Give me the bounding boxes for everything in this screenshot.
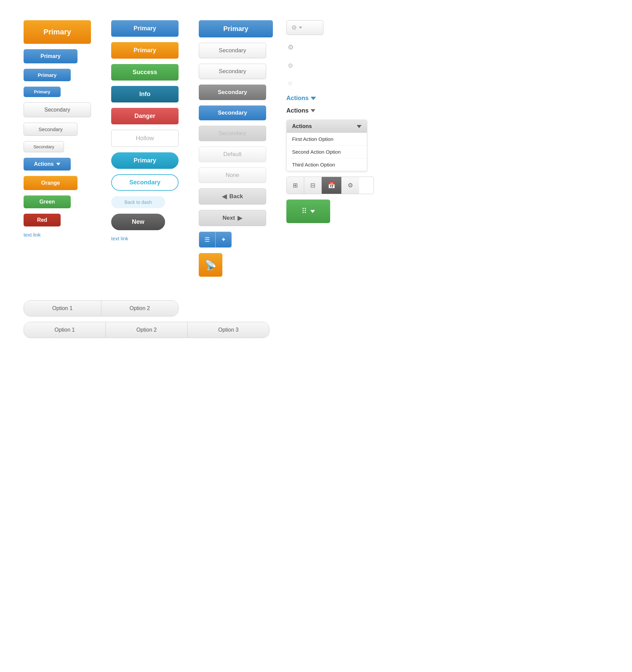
- col3-secondary-disabled-button[interactable]: Secondary: [199, 126, 266, 141]
- primary-blue-large-button[interactable]: Primary: [24, 49, 77, 63]
- gear-icon: ⚙: [288, 62, 293, 69]
- actions-dropdown-header[interactable]: Actions: [287, 120, 367, 133]
- main-container: Primary Primary Primary Primary Secondar…: [7, 7, 625, 352]
- column-3: Primary Secondary Secondary Secondary Se…: [192, 14, 279, 283]
- dropdown-item-third[interactable]: Third Action Option: [287, 159, 367, 171]
- col3-default-button[interactable]: Default: [199, 147, 266, 162]
- button-label: Primary: [133, 25, 156, 32]
- column-1: Primary Primary Primary Primary Secondar…: [17, 14, 104, 244]
- col3-secondary-2-button[interactable]: Secondary: [199, 64, 266, 79]
- primary-blue-small-button[interactable]: Primary: [24, 87, 60, 97]
- actions-text-dark-button[interactable]: Actions: [286, 107, 374, 114]
- secondary-medium-button[interactable]: Secondary: [24, 123, 77, 136]
- share-icon-button[interactable]: ✦: [216, 232, 232, 247]
- col2-info-button[interactable]: Info: [111, 86, 178, 102]
- col2-danger-button[interactable]: Danger: [111, 108, 178, 124]
- col3-secondary-dark-button[interactable]: Secondary: [199, 85, 266, 100]
- gear-icon: ⚙: [291, 24, 297, 31]
- segment-option1[interactable]: Option 1: [24, 301, 101, 316]
- list-share-group: ☰ ✦: [199, 232, 232, 248]
- gear-dropdown-button-3[interactable]: ⚙: [286, 59, 374, 72]
- dropdown-caret-icon: [310, 210, 315, 213]
- toolbar-grid-button[interactable]: ⊞: [287, 177, 304, 194]
- segment-option2[interactable]: Option 2: [101, 301, 178, 316]
- back-icon: ◀: [222, 193, 227, 200]
- rss-icon: 📡: [205, 260, 217, 271]
- gear-dropdown-button-2[interactable]: ⚙: [286, 41, 374, 54]
- primary-blue-medium-button[interactable]: Primary: [24, 69, 71, 81]
- button-label: Back: [229, 193, 243, 200]
- col3-secondary-blue-button[interactable]: Secondary: [199, 105, 266, 120]
- col2-success-button[interactable]: Success: [111, 64, 178, 80]
- button-label: Actions: [286, 107, 309, 114]
- primary-orange-large-button[interactable]: Primary: [24, 20, 91, 44]
- text-link-col2[interactable]: text link: [111, 236, 185, 241]
- green-grid-dropdown-button[interactable]: ⠿: [286, 199, 330, 223]
- top-section: Primary Primary Primary Primary Secondar…: [17, 14, 615, 283]
- col3-back-button[interactable]: ◀ Back: [199, 188, 266, 205]
- segment-3-option3[interactable]: Option 3: [188, 322, 269, 338]
- icon-toolbar: ⊞ ⊟ 📅 ⚙: [286, 176, 374, 194]
- list-icon-button[interactable]: ☰: [199, 232, 216, 247]
- button-label: Secondary: [218, 89, 247, 96]
- button-label: Primary: [223, 25, 249, 33]
- orange-button[interactable]: Orange: [24, 176, 77, 190]
- dropdown-caret-icon: [299, 27, 302, 29]
- toolbar-columns-button[interactable]: ⊟: [304, 177, 322, 194]
- col2-primary-blue-button[interactable]: Primary: [111, 20, 178, 37]
- button-label: Secondary: [219, 68, 246, 75]
- gear-icon: ⚙: [288, 43, 294, 51]
- dropdown-caret-blue-icon: [311, 97, 316, 100]
- dropdown-item-first[interactable]: First Action Option: [287, 133, 367, 146]
- button-label: Primary: [41, 53, 60, 59]
- dropdown-caret-icon: [56, 163, 60, 166]
- dropdown-item-second[interactable]: Second Action Option: [287, 146, 367, 159]
- col2-new-dark-pill-button[interactable]: New: [111, 214, 165, 230]
- button-label: Secondary: [129, 179, 160, 186]
- col2-hollow-button[interactable]: Hollow: [111, 130, 178, 147]
- secondary-large-button[interactable]: Secondary: [24, 102, 91, 117]
- dropdown-caret-dark-icon: [311, 109, 315, 112]
- green-button[interactable]: Green: [24, 195, 71, 208]
- gear-dropdown-button-1[interactable]: ⚙: [286, 20, 323, 35]
- segment-3-option1[interactable]: Option 1: [24, 322, 106, 338]
- button-label: Secondary: [218, 110, 247, 116]
- col2-primary-pill-button[interactable]: Primary: [111, 152, 178, 169]
- button-label: Secondary: [45, 107, 70, 113]
- button-label: Red: [37, 217, 47, 223]
- col3-next-button[interactable]: Next ▶: [199, 210, 266, 226]
- col3-secondary-1-button[interactable]: Secondary: [199, 43, 266, 58]
- button-label: Success: [132, 69, 157, 76]
- column-2: Primary Primary Success Info Danger Holl…: [104, 14, 192, 248]
- col2-back-to-dash-button[interactable]: Back to dash: [111, 196, 165, 208]
- col2-secondary-pill-button[interactable]: Secondary: [111, 174, 178, 191]
- button-label: Next: [223, 215, 235, 221]
- rss-button[interactable]: 📡: [199, 253, 222, 277]
- next-icon: ▶: [238, 214, 242, 222]
- toolbar-settings-button[interactable]: ⚙: [342, 177, 359, 194]
- col2-primary-orange-button[interactable]: Primary: [111, 42, 178, 58]
- button-label: Info: [140, 91, 151, 98]
- button-label: Back to dash: [125, 199, 152, 205]
- secondary-small-button[interactable]: Secondary: [24, 141, 64, 152]
- button-label: Secondary: [219, 47, 246, 54]
- dropdown-caret-icon: [357, 125, 362, 128]
- icon-button-row: ☰ ✦: [199, 232, 273, 248]
- segment-3-option2[interactable]: Option 2: [106, 322, 188, 338]
- actions-dropdown-button[interactable]: Actions: [24, 158, 71, 170]
- button-label: Primary: [133, 157, 156, 164]
- gear-icon: ⚙: [288, 80, 292, 87]
- button-label: Danger: [135, 113, 155, 120]
- button-label: Primary: [34, 89, 50, 94]
- toolbar-calendar-button[interactable]: 📅: [322, 177, 342, 194]
- col3-none-button[interactable]: None: [199, 168, 266, 183]
- text-link-col1[interactable]: text link: [24, 232, 98, 238]
- button-label: Primary: [38, 72, 56, 78]
- red-button[interactable]: Red: [24, 214, 60, 226]
- button-label: Secondary: [33, 144, 54, 149]
- gear-dropdown-button-4[interactable]: ⚙: [286, 77, 374, 89]
- grid-icon: ⊞: [293, 182, 298, 189]
- actions-text-blue-button[interactable]: Actions: [286, 95, 374, 102]
- col3-primary-blue-button[interactable]: Primary: [199, 20, 273, 38]
- button-label: Green: [40, 199, 55, 205]
